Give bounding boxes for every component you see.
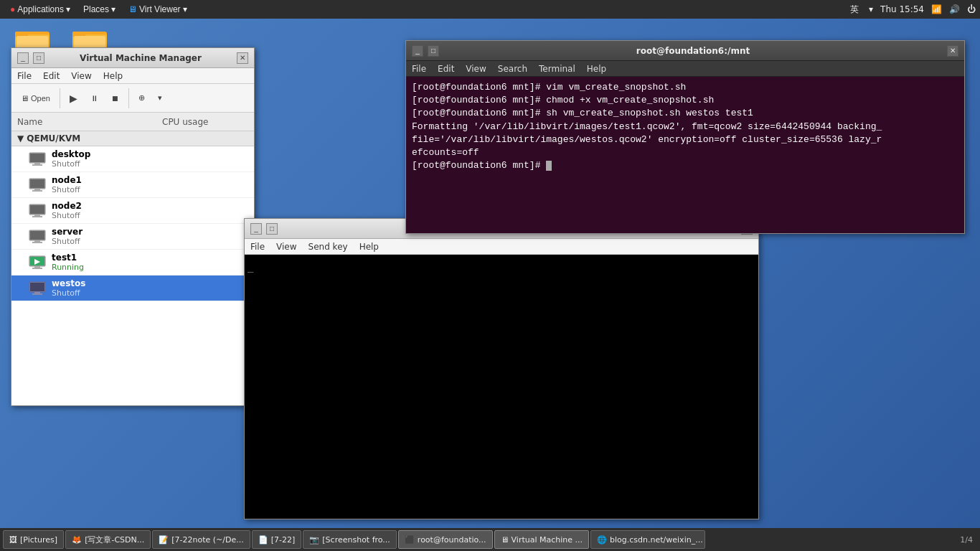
terminal-menu-terminal[interactable]: Terminal — [533, 62, 581, 75]
desktop: _ □ Virtual Machine Manager ✕ File Edit … — [0, 19, 980, 528]
virt-viewer-icon: 🖥 — [128, 4, 137, 14]
vm-item-server[interactable]: server Shutoff — [11, 224, 254, 250]
vmm-menu: File Edit View Help — [11, 68, 254, 84]
vmm-group-header: ▼ QEMU/KVM — [11, 131, 254, 146]
clock: Thu 15:54 — [880, 4, 924, 14]
pictures-icon: 🖼 — [9, 535, 17, 545]
vm-info-westos: westos Shutoff — [52, 278, 162, 298]
svg-rect-32 — [32, 293, 42, 295]
terminal-menu-view[interactable]: View — [460, 62, 491, 75]
vm-name-node1: node1 — [52, 175, 162, 185]
vmm-close-button[interactable]: ✕ — [237, 52, 248, 64]
vm-info-server: server Shutoff — [52, 227, 162, 246]
vmm-new-button[interactable]: ⊕ — [133, 90, 150, 105]
gnome-icon: ● — [10, 4, 15, 14]
volume-icon: 🔊 — [949, 4, 960, 14]
svg-rect-17 — [30, 205, 44, 214]
vmm-taskbar-icon: 🖥 — [501, 535, 509, 545]
taskbar-terminal[interactable]: ⬛ root@foundatio... — [398, 530, 493, 549]
top-bar-right: 英 ▾ Thu 15:54 📶 🔊 ⏻ — [847, 2, 976, 17]
vmm-minimize-button[interactable]: _ — [17, 52, 29, 64]
taskbar-pictures[interactable]: 🖼 [Pictures] — [3, 530, 64, 549]
svg-rect-26 — [34, 266, 40, 268]
terminal-menu-help[interactable]: Help — [581, 62, 612, 75]
terminal-window: _ □ root@foundation6:/mnt ✕ File Edit Vi… — [405, 40, 965, 234]
vm-item-desktop[interactable]: desktop Shutoff — [11, 146, 254, 172]
vm-item-node2[interactable]: node2 Shutoff — [11, 198, 254, 224]
vm-status-node1: Shutoff — [52, 185, 162, 194]
toolbar-separator2 — [128, 88, 129, 108]
top-bar: ● Applications ▾ Places ▾ 🖥 Virt Viewer … — [0, 0, 980, 19]
terminal-maximize-button[interactable]: □ — [428, 45, 439, 57]
svg-rect-15 — [32, 190, 42, 192]
terminal-close-button[interactable]: ✕ — [947, 45, 958, 57]
svg-rect-23 — [32, 242, 42, 243]
vmm-menu-file[interactable]: File — [11, 70, 37, 83]
vmm-menu-edit[interactable]: Edit — [37, 70, 65, 83]
stop-icon: ⏹ — [111, 94, 119, 103]
screenshot-icon: 📷 — [309, 535, 319, 545]
vv-menu-view[interactable]: View — [270, 240, 302, 253]
svg-rect-10 — [34, 163, 40, 164]
places-menu[interactable]: Places ▾ — [77, 0, 121, 19]
vm-monitor-icon-server — [29, 230, 46, 244]
vm-monitor-icon-node1 — [29, 178, 46, 192]
terminal-menu-search[interactable]: Search — [492, 62, 533, 75]
vm-monitor-icon-westos — [29, 281, 46, 296]
svg-rect-11 — [32, 164, 42, 166]
vm-status-test1: Running — [52, 263, 162, 272]
vm-info-node1: node1 Shutoff — [52, 175, 162, 194]
vmm-stop-button[interactable]: ⏹ — [106, 91, 124, 105]
taskbar-browser[interactable]: 🌐 blog.csdn.net/weixin_... — [590, 530, 705, 549]
vm-name-server: server — [52, 227, 162, 237]
vmm-maximize-button[interactable]: □ — [33, 52, 44, 64]
terminal-content[interactable]: [root@foundation6 mnt]# vim vm_create_sn… — [406, 77, 964, 233]
vmm-run-button[interactable]: ▶ — [65, 90, 83, 107]
vm-item-westos[interactable]: westos Shutoff — [11, 276, 254, 301]
vv-chevron-icon: ▾ — [183, 4, 187, 14]
top-bar-left: ● Applications ▾ Places ▾ 🖥 Virt Viewer … — [4, 0, 193, 19]
virt-viewer-menu[interactable]: 🖥 Virt Viewer ▾ — [123, 0, 193, 19]
vmm-toolbar: 🖥 Open ▶ ⏸ ⏹ ⊕ ▾ — [11, 84, 254, 113]
vm-name-node2: node2 — [52, 201, 162, 211]
taskbar-csdn[interactable]: 🦊 [写文章-CSDN... — [65, 530, 151, 549]
vv-menu-file[interactable]: File — [245, 240, 270, 253]
terminal-menu: File Edit View Search Terminal Help — [406, 61, 964, 77]
vv-maximize-button[interactable]: □ — [266, 223, 278, 235]
chevron-down-icon: ▾ — [66, 4, 70, 14]
taskbar-screenshot[interactable]: 📷 [Screenshot fro... — [303, 530, 397, 549]
terminal-menu-edit[interactable]: Edit — [432, 62, 460, 75]
vv-menu-sendkey[interactable]: Send key — [303, 240, 354, 253]
vm-item-test1[interactable]: test1 Running — [11, 250, 254, 276]
vmm-column-headers: Name CPU usage — [11, 113, 254, 131]
vmm-menu-help[interactable]: Help — [98, 70, 128, 83]
terminal-titlebar[interactable]: _ □ root@foundation6:/mnt ✕ — [406, 41, 964, 61]
power-icon[interactable]: ⏻ — [967, 4, 976, 14]
terminal-cursor — [546, 161, 552, 171]
svg-rect-27 — [32, 268, 42, 269]
taskbar-vmm[interactable]: 🖥 Virtual Machine ... — [494, 530, 589, 549]
svg-rect-22 — [34, 240, 40, 242]
taskbar-722[interactable]: 📄 [7-22] — [252, 530, 302, 549]
terminal-minimize-button[interactable]: _ — [412, 45, 423, 57]
vv-minimize-button[interactable]: _ — [250, 223, 262, 235]
text-editor-icon: 📝 — [159, 535, 169, 545]
bottom-taskbar: 🖼 [Pictures] 🦊 [写文章-CSDN... 📝 [7-22note … — [0, 528, 980, 551]
taskbar-note[interactable]: 📝 [7-22note (~/De... — [152, 530, 250, 549]
vmm-pause-button[interactable]: ⏸ — [85, 91, 103, 105]
vmm-more-button[interactable]: ▾ — [153, 90, 167, 105]
language-indicator[interactable]: 英 — [847, 2, 862, 17]
svg-rect-9 — [30, 154, 44, 162]
vmm-titlebar[interactable]: _ □ Virtual Machine Manager ✕ — [11, 48, 254, 68]
vm-item-node1[interactable]: node1 Shutoff — [11, 172, 254, 198]
vmm-menu-view[interactable]: View — [65, 70, 97, 83]
terminal-menu-file[interactable]: File — [406, 62, 432, 75]
vv-menu-help[interactable]: Help — [354, 240, 385, 253]
open-icon: 🖥 — [21, 94, 29, 103]
vv-display[interactable]: _ — [245, 255, 758, 519]
svg-rect-31 — [34, 292, 40, 293]
new-vm-icon: ⊕ — [138, 93, 145, 103]
svg-rect-30 — [30, 283, 44, 291]
vmm-open-button[interactable]: 🖥 Open — [16, 91, 55, 105]
applications-menu[interactable]: ● Applications ▾ — [4, 0, 76, 19]
